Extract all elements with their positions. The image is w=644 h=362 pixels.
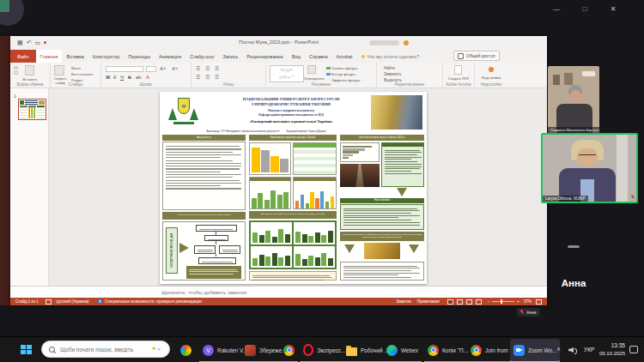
find-button[interactable]: Найти <box>384 66 395 70</box>
font-size-box[interactable] <box>146 66 156 72</box>
tab-record[interactable]: Запись <box>218 50 242 63</box>
tab-transitions[interactable]: Переходы <box>124 50 155 63</box>
paste-icon[interactable] <box>25 65 34 75</box>
italic-icon[interactable]: К <box>113 75 117 80</box>
volume-icon[interactable] <box>568 347 577 353</box>
start-button[interactable] <box>21 345 32 354</box>
slide-1-thumbnail[interactable] <box>18 99 46 120</box>
grow-font-icon[interactable]: А˄ <box>160 66 167 71</box>
search-highlights-icon[interactable]: ✦✦ <box>151 346 161 353</box>
taskbar-item-zoom-active[interactable]: Zoom Wo... <box>510 339 560 362</box>
addins-icon[interactable] <box>489 67 494 72</box>
language-indicator[interactable]: русский (Украина) <box>57 299 89 304</box>
wall-frame <box>564 73 573 85</box>
tab-help[interactable]: Справка <box>305 50 332 63</box>
slideshow-view-icon[interactable] <box>476 299 482 305</box>
strikethrough-icon[interactable]: S <box>128 75 131 80</box>
tell-me-box[interactable]: Что вы хотите сделать? <box>356 50 419 63</box>
grain-port-photo <box>371 95 422 130</box>
paste-button[interactable]: Вставить <box>10 77 50 81</box>
replace-button[interactable]: Заменить <box>384 72 401 76</box>
logistics-text <box>382 147 423 177</box>
viber-icon: V <box>203 345 214 356</box>
shapes-gallery[interactable]: □○△⇨☆⬠〜⌒ <box>270 65 304 82</box>
font-name-box[interactable] <box>106 66 143 72</box>
comments-toggle[interactable]: Примечания <box>417 299 440 304</box>
cut-icon[interactable] <box>14 66 18 69</box>
tab-animations[interactable]: Анимация <box>155 50 185 63</box>
shrink-font-icon[interactable]: А˅ <box>172 66 179 71</box>
bold-icon[interactable]: Ж <box>106 75 110 80</box>
maximize-button[interactable]: □ <box>578 3 592 15</box>
taskbar-item-opera[interactable]: Экспресс... <box>300 339 349 362</box>
create-pdf-button[interactable]: Создать PDF <box>443 76 474 81</box>
tab-insert[interactable]: Вставка <box>62 50 88 63</box>
tray-chevron-icon[interactable]: ∧ <box>556 346 561 353</box>
display-settings-icon[interactable] <box>46 299 52 305</box>
tab-design[interactable]: Конструктор <box>88 50 124 63</box>
university-name-line2: І ПРИРОДОКОРИСТУВАННЯ УКРАЇНИ <box>215 102 368 107</box>
taskbar-item-copilot[interactable] <box>177 339 195 361</box>
tab-review[interactable]: Рецензирование <box>242 50 287 63</box>
poster-header-text: НАЦІОНАЛЬНИЙ УНІВЕРСИТЕТ БІОРЕСУРСІВ І П… <box>215 97 368 124</box>
copy-icon[interactable] <box>14 71 18 75</box>
slide-sorter-icon[interactable] <box>457 299 463 305</box>
windows-taskbar: ✦✦ V Rakuten V... Збереже... Экспресс...… <box>0 336 644 362</box>
fit-to-window-icon[interactable] <box>536 299 542 305</box>
arrange-icon[interactable] <box>307 65 316 74</box>
zoom-level[interactable]: 37% <box>524 299 532 304</box>
shape-fill-button[interactable]: Заливка фигуры <box>331 66 358 70</box>
notes-pane[interactable]: Щелкните, чтобы добавить заметки <box>10 286 547 298</box>
minimize-button[interactable]: — <box>550 3 563 15</box>
underline-icon[interactable]: Ч <box>120 75 124 80</box>
close-button[interactable]: ✕ <box>606 3 620 15</box>
background-app-strip <box>0 36 10 305</box>
text-shadow-icon[interactable]: ab <box>136 75 142 80</box>
mic-muted-icon <box>631 195 635 200</box>
search-input[interactable] <box>58 346 148 353</box>
tab-home[interactable]: Главная <box>36 50 63 63</box>
collapsed-thumbnail-handle[interactable] <box>568 245 580 248</box>
flowchart-connector <box>216 254 216 256</box>
video-tile-chornenka[interactable]: Людмила Миколаївна Чорненька <box>548 66 599 133</box>
tab-view[interactable]: Вид <box>288 50 305 63</box>
group-slides: Создать слайд Макет Восстановить Раздел … <box>51 63 101 87</box>
pdf-icon[interactable] <box>454 65 462 75</box>
taskbar-item-chrome[interactable] <box>280 339 298 362</box>
align-icons[interactable]: ☰ ☰ ☰ <box>196 75 221 80</box>
zoom-out-button[interactable]: − <box>488 299 490 304</box>
shape-outline-button[interactable]: Контур фигуры <box>331 72 355 76</box>
arrange-button[interactable]: Упорядочить <box>304 76 325 81</box>
notification-center-icon[interactable] <box>629 346 638 353</box>
share-label: Общий доступ <box>466 53 495 58</box>
accessibility-checker[interactable]: Специальные возможности: проверьте реком… <box>105 299 202 304</box>
reset-button[interactable]: Восстановить <box>71 72 94 76</box>
normal-view-icon[interactable] <box>447 299 453 305</box>
layout-button[interactable]: Макет <box>71 66 81 70</box>
logistics-text-panel <box>381 142 424 187</box>
signed-in-user[interactable] <box>369 40 399 45</box>
reading-view-icon[interactable] <box>466 299 472 305</box>
taskbar-search[interactable]: ✦✦ <box>41 341 170 358</box>
addins-button[interactable]: Надстройки <box>475 75 507 80</box>
clock[interactable]: 13:35 09.10.2025 <box>599 342 625 357</box>
tab-file[interactable]: Файл <box>10 50 36 63</box>
zoom-in-button[interactable]: + <box>517 299 519 304</box>
taskbar-item-copy-doc[interactable]: Копія "П... <box>424 339 471 362</box>
video-tile-dibrova-active-speaker[interactable]: Larysa Dibrova, NUBIP <box>541 133 638 203</box>
challenges-text <box>340 204 424 230</box>
taskbar-item-webex[interactable]: Webex <box>383 339 422 362</box>
notes-toggle[interactable]: Заметки <box>397 299 411 304</box>
section-relevance-header: Актуальність <box>162 135 246 141</box>
slide-canvas[interactable]: Ψ НАЦІОНАЛЬНИЙ УНІВЕРСИТЕТ БІОРЕСУРСІВ І… <box>160 92 427 284</box>
bullets-icon[interactable]: ☰ ☰ ☰ <box>196 66 221 71</box>
conclusion-arrow-right <box>409 244 419 253</box>
group-font: А˄ А˅ Ж К Ч S ab А Шрифт <box>101 63 191 87</box>
tab-acrobat[interactable]: Acrobat <box>332 50 357 63</box>
share-button[interactable]: Общий доступ <box>453 51 500 61</box>
new-slide-icon[interactable] <box>54 65 64 75</box>
language-switcher[interactable]: УКР <box>584 347 594 354</box>
font-color-icon[interactable]: А <box>146 75 149 80</box>
zoom-slider[interactable] <box>492 301 514 303</box>
tab-slideshow[interactable]: Слайд-шоу <box>185 50 219 63</box>
